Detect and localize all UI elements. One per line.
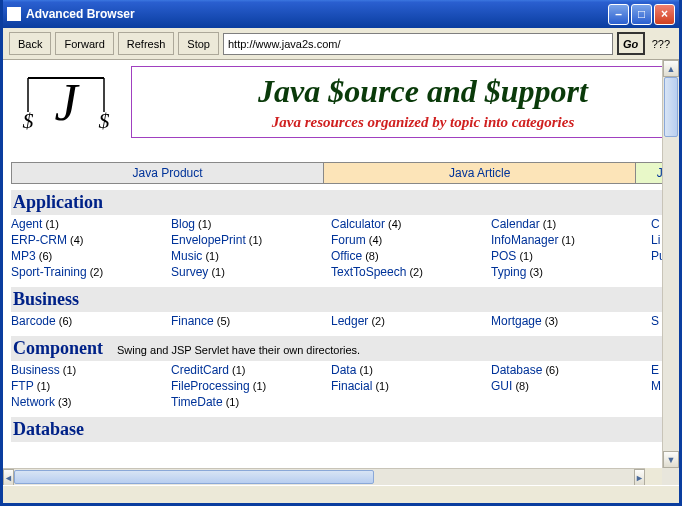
category-link[interactable]: TextToSpeech — [331, 265, 406, 279]
category-link[interactable]: Music — [171, 249, 202, 263]
tab-bar: Java Product Java Article Java B — [11, 162, 662, 184]
category-link[interactable]: Calendar — [491, 217, 540, 231]
link-count: (1) — [516, 250, 533, 262]
category-link[interactable]: ERP-CRM — [11, 233, 67, 247]
vscroll-track[interactable] — [663, 77, 679, 451]
link-count: (1) — [250, 380, 267, 392]
section-title: Business — [13, 289, 79, 310]
category-link[interactable]: Forum — [331, 233, 366, 247]
link-item: Survey (1) — [171, 265, 331, 279]
category-link[interactable]: Agent — [11, 217, 42, 231]
category-link[interactable]: GUI — [491, 379, 512, 393]
link-grid: Barcode (6)Finance (5)Ledger (2)Mortgage… — [11, 312, 662, 330]
category-link[interactable]: Barcode — [11, 314, 56, 328]
category-link[interactable]: FTP — [11, 379, 34, 393]
category-link[interactable]: Finacial — [331, 379, 372, 393]
link-item: Sport-Training (2) — [11, 265, 171, 279]
category-link[interactable]: Business — [11, 363, 60, 377]
hscroll-track[interactable] — [14, 469, 634, 485]
category-link[interactable]: Survey — [171, 265, 208, 279]
category-link[interactable]: InfoManager — [491, 233, 558, 247]
vscroll-thumb[interactable] — [664, 77, 678, 137]
link-count: (6) — [56, 315, 73, 327]
category-link[interactable]: Mortgage — [491, 314, 542, 328]
content-area: $ $ J Java $ource and $upport Java resou… — [3, 60, 679, 468]
link-item: S — [651, 314, 662, 328]
category-link[interactable]: Li — [651, 233, 660, 247]
link-count: (1) — [540, 218, 557, 230]
link-count: (6) — [542, 364, 559, 376]
stop-button[interactable]: Stop — [178, 32, 219, 55]
category-link[interactable]: EnvelopePrint — [171, 233, 246, 247]
category-link[interactable]: POS — [491, 249, 516, 263]
svg-text:$: $ — [99, 108, 110, 133]
tab-java-article[interactable]: Java Article — [324, 163, 636, 183]
category-link[interactable]: Pu — [651, 249, 662, 263]
link-item: Ledger (2) — [331, 314, 491, 328]
url-input[interactable] — [223, 33, 613, 55]
maximize-button[interactable]: □ — [631, 4, 652, 25]
category-link[interactable]: Database — [491, 363, 542, 377]
tab-java-product[interactable]: Java Product — [12, 163, 324, 183]
link-item: CreditCard (1) — [171, 363, 331, 377]
link-count: (1) — [558, 234, 575, 246]
scroll-left-button[interactable]: ◄ — [3, 469, 14, 486]
link-item — [651, 395, 662, 409]
link-count: (8) — [512, 380, 529, 392]
category-link[interactable]: Blog — [171, 217, 195, 231]
vertical-scrollbar[interactable]: ▲ ▼ — [662, 60, 679, 468]
banner: Java $ource and $upport Java resources o… — [131, 66, 662, 138]
category-link[interactable]: S — [651, 314, 659, 328]
link-item — [331, 395, 491, 409]
category-link[interactable]: Typing — [491, 265, 526, 279]
category-link[interactable]: Finance — [171, 314, 214, 328]
page-viewport: $ $ J Java $ource and $upport Java resou… — [3, 60, 662, 468]
category-link[interactable]: E — [651, 363, 659, 377]
category-link[interactable]: Calculator — [331, 217, 385, 231]
section-heading: ComponentSwing and JSP Servlet have thei… — [11, 336, 662, 361]
link-item: FTP (1) — [11, 379, 171, 393]
category-link[interactable]: CreditCard — [171, 363, 229, 377]
link-item: Database (6) — [491, 363, 651, 377]
category-link[interactable]: M — [651, 379, 661, 393]
category-link[interactable]: FileProcessing — [171, 379, 250, 393]
go-button[interactable]: Go — [617, 32, 645, 55]
category-link[interactable]: Network — [11, 395, 55, 409]
link-item: Music (1) — [171, 249, 331, 263]
back-button[interactable]: Back — [9, 32, 51, 55]
link-count: (3) — [526, 266, 543, 278]
forward-button[interactable]: Forward — [55, 32, 113, 55]
hscroll-thumb[interactable] — [14, 470, 374, 484]
refresh-button[interactable]: Refresh — [118, 32, 175, 55]
link-count: (4) — [366, 234, 383, 246]
category-link[interactable]: MP3 — [11, 249, 36, 263]
close-button[interactable]: × — [654, 4, 675, 25]
link-item: InfoManager (1) — [491, 233, 651, 247]
scroll-down-button[interactable]: ▼ — [663, 451, 679, 468]
link-item: Agent (1) — [11, 217, 171, 231]
titlebar[interactable]: Advanced Browser – □ × — [3, 0, 679, 28]
scroll-right-button[interactable]: ► — [634, 469, 645, 486]
site-logo: $ $ J — [11, 66, 121, 146]
category-link[interactable]: Data — [331, 363, 356, 377]
link-item: C — [651, 217, 662, 231]
window-title: Advanced Browser — [26, 7, 608, 21]
category-link[interactable]: TimeDate — [171, 395, 223, 409]
scroll-up-button[interactable]: ▲ — [663, 60, 679, 77]
link-item: TextToSpeech (2) — [331, 265, 491, 279]
svg-text:J: J — [54, 74, 80, 131]
minimize-button[interactable]: – — [608, 4, 629, 25]
link-count: (4) — [67, 234, 84, 246]
category-link[interactable]: Sport-Training — [11, 265, 87, 279]
horizontal-scrollbar[interactable]: ◄ ► — [3, 468, 645, 485]
section-heading: Business — [11, 287, 662, 312]
category-link[interactable]: C — [651, 217, 660, 231]
link-count: (4) — [385, 218, 402, 230]
link-count: (1) — [202, 250, 219, 262]
scroll-corner — [662, 468, 679, 485]
link-item: Forum (4) — [331, 233, 491, 247]
link-item — [491, 395, 651, 409]
category-link[interactable]: Office — [331, 249, 362, 263]
category-link[interactable]: Ledger — [331, 314, 368, 328]
tab-java-b[interactable]: Java B — [636, 163, 662, 183]
